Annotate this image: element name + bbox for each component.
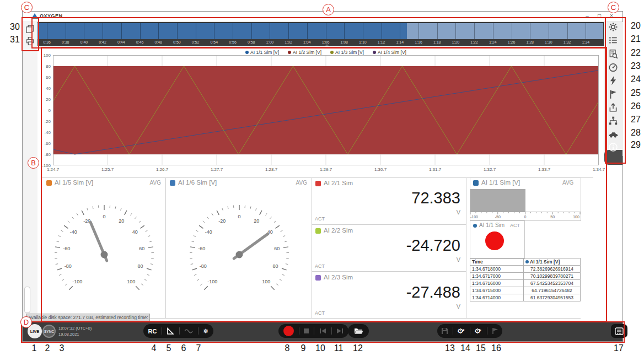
digital-title: AI 2/1 Sim — [324, 180, 353, 186]
y-tick-label: -20 — [37, 119, 51, 124]
print-icon[interactable] — [25, 36, 35, 46]
vehicle-icon[interactable] — [608, 129, 618, 139]
timeline-gridline — [214, 23, 214, 39]
timeline-gridline — [66, 23, 66, 39]
annotation-number: 27 — [631, 115, 641, 125]
channel-color-swatch — [170, 180, 175, 186]
channel-color-swatch — [315, 181, 321, 186]
maximize-button[interactable]: □ — [594, 12, 604, 20]
waveform-button[interactable] — [184, 328, 193, 335]
digital-meter-widget[interactable]: AI 2/3 Sim-27.488VACT — [312, 272, 466, 318]
digital-meter-widget[interactable]: AI 2/1 Sim72.383VACT — [312, 177, 466, 224]
settings-gear-icon[interactable] — [608, 22, 618, 32]
figure-canvas: OXYGEN – □ × 0:360:380:400:420:440:460:4… — [0, 0, 644, 361]
chart-legend: AI 1/1 Sim [V]AI 1/2 Sim [V]AI 1/3 Sim [… — [53, 49, 599, 55]
save-button[interactable] — [441, 327, 448, 335]
timeline-tick-label: 1:00 — [266, 40, 274, 44]
system-monitor-icon[interactable] — [608, 62, 618, 72]
timeline-gridline — [158, 23, 159, 39]
timeline-tick-label: 1:20 — [452, 40, 460, 44]
digital-meter-widget[interactable]: AI 2/2 Sim-24.720VACT — [312, 225, 466, 271]
legend-item[interactable]: AI 1/1 Sim [V] — [245, 50, 279, 55]
table-cell-value: 70.10299839780271 — [524, 273, 581, 280]
gauge-widget[interactable]: AI 1/5 Sim [V]AVG-100-80-60-40-200204060… — [43, 177, 165, 319]
channel-color-dot — [473, 224, 477, 228]
legend-item[interactable]: AI 1/3 Sim [V] — [330, 50, 364, 55]
open-file-button[interactable] — [354, 327, 363, 335]
annotation-number: 26 — [631, 101, 641, 111]
live-button[interactable]: LIVE — [28, 324, 42, 338]
y-tick-label: -80 — [37, 152, 51, 157]
annotation-number: 20 — [631, 21, 641, 31]
jump-end-button[interactable] — [336, 328, 344, 334]
timeline-tick-label: 1:32 — [564, 40, 571, 44]
network-icon[interactable] — [608, 116, 618, 126]
timeline-tick-label: 1:24 — [489, 40, 497, 44]
timeline-bar[interactable] — [37, 23, 603, 39]
marker-icon[interactable] — [608, 89, 618, 99]
annotation-number: 29 — [631, 140, 641, 150]
x-tick-label: 1:26.7 — [156, 167, 168, 172]
x-tick-label: 1:24.7 — [47, 167, 59, 172]
svg-text:-60: -60 — [63, 246, 70, 251]
recording-timeline[interactable]: 0:360:380:400:420:440:460:480:500:520:54… — [37, 22, 604, 47]
x-tick-label: 1:30.7 — [374, 167, 387, 172]
save-setup-button[interactable]: ⚙▸ — [474, 327, 483, 335]
timeline-tick-label: 0:42 — [99, 40, 106, 44]
timeline-gridline — [233, 23, 233, 39]
gauge-mode: AVG — [296, 180, 307, 186]
setsquare-button[interactable] — [167, 327, 174, 335]
freeze-button[interactable]: ❄ — [203, 327, 208, 335]
timeline-gridline — [47, 23, 47, 39]
annotation-number: 25 — [631, 88, 641, 98]
x-tick-label: 1:32.7 — [484, 167, 496, 172]
record-button[interactable] — [283, 326, 294, 336]
bottom-bar: LIVE SYNC 10:07:32 (UTC+0) 19.08.2021 RC… — [23, 322, 622, 341]
legend-item[interactable]: AI 1/4 Sim [V] — [373, 50, 406, 55]
timeline-gridline — [270, 23, 270, 39]
annotation-number: 10 — [315, 343, 325, 353]
actions-menu-button[interactable] — [615, 327, 624, 335]
legend-label: AI 1/4 Sim [V] — [378, 50, 406, 55]
jump-start-button[interactable] — [319, 328, 326, 334]
annotation-number: 14 — [460, 343, 470, 353]
info-icon[interactable] — [608, 142, 618, 152]
rc-button[interactable]: RC — [148, 328, 157, 335]
channel-table[interactable]: TimeAI 1/1 Sim [V]1:34.671800072.3826962… — [470, 258, 581, 301]
legend-color-dot — [373, 51, 376, 54]
stop-button[interactable] — [304, 328, 309, 333]
scrollbar-handle[interactable] — [24, 287, 30, 313]
export-icon[interactable] — [608, 103, 618, 112]
channel-list-icon[interactable] — [608, 35, 618, 45]
left-toolbar — [23, 21, 38, 322]
timeline-gridline — [418, 23, 419, 39]
gauge-widget[interactable]: AI 1/6 Sim [V]AVG-100-80-60-40-200204060… — [167, 177, 312, 319]
screens-pages-icon[interactable] — [25, 24, 35, 34]
timeline-tick-label: 1:34 — [582, 40, 589, 44]
load-setup-button[interactable]: ⚙◂ — [457, 327, 466, 335]
annotation-number: 9 — [301, 343, 306, 353]
trigger-icon[interactable] — [608, 76, 618, 85]
table-cell-time: 1:34.6715000 — [470, 287, 524, 294]
minimize-button[interactable]: – — [582, 12, 592, 20]
y-tick-label: 0 — [37, 108, 51, 113]
annotation-number: 21 — [631, 34, 641, 44]
close-button[interactable]: × — [607, 12, 616, 20]
sync-button[interactable]: SYNC — [42, 325, 56, 338]
divider — [470, 327, 470, 335]
gauge-title: AI 1/5 Sim [V] — [55, 179, 93, 186]
indicator-lamp — [485, 231, 504, 250]
annotation-number: 13 — [445, 343, 455, 353]
svg-text:-100: -100 — [470, 215, 478, 219]
report-flag-button[interactable] — [492, 327, 498, 335]
main-chart[interactable] — [53, 55, 599, 165]
timeline-gridline — [567, 23, 568, 39]
legend-item[interactable]: AI 1/2 Sim [V] — [288, 50, 321, 55]
data-screens-icon[interactable] — [608, 49, 618, 59]
table-cell-value: 67.54253452353704 — [524, 280, 581, 287]
timeline-tick-label: 1:12 — [378, 40, 385, 44]
timeline-tick-label: 1:22 — [470, 40, 478, 44]
annotation-number: 23 — [631, 61, 641, 71]
timeline-tick-label: 1:30 — [545, 40, 552, 44]
timeline-gridline — [512, 23, 512, 39]
